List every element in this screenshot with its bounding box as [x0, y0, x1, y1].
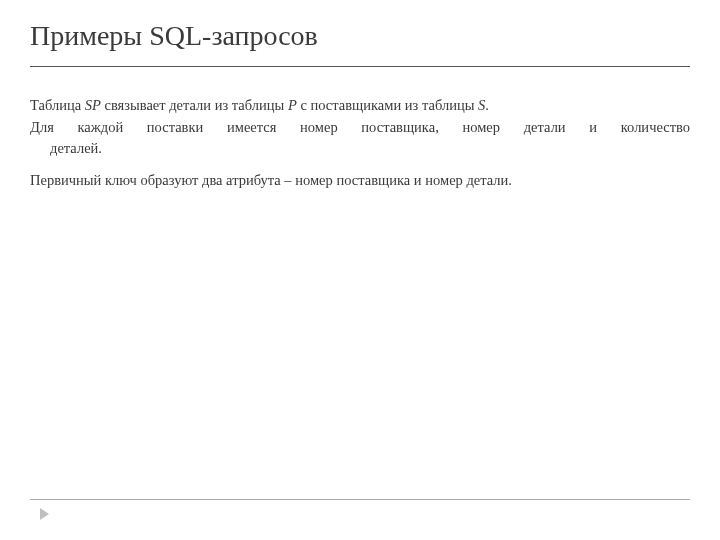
p1-text-d: . [485, 97, 489, 113]
p1-text-a: Таблица [30, 97, 85, 113]
paragraph-2: Для каждой поставки имеется номер постав… [30, 117, 690, 158]
p1-table-sp: SP [85, 97, 101, 113]
p2-line1: Для каждой поставки имеется номер постав… [30, 117, 690, 137]
body-content: Таблица SP связывает детали из таблицы P… [30, 95, 690, 190]
page-title: Примеры SQL-запросов [30, 20, 690, 52]
p2-line2: деталей. [30, 138, 690, 158]
p1-text-b: связывает детали из таблицы [101, 97, 288, 113]
p1-table-p: P [288, 97, 297, 113]
title-divider [30, 66, 690, 67]
paragraph-1: Таблица SP связывает детали из таблицы P… [30, 95, 690, 115]
paragraph-3: Первичный ключ образуют два атрибута – н… [30, 170, 690, 190]
footer-divider [30, 499, 690, 500]
p1-text-c: с поставщиками из таблицы [297, 97, 478, 113]
slide-marker-icon [40, 508, 49, 520]
